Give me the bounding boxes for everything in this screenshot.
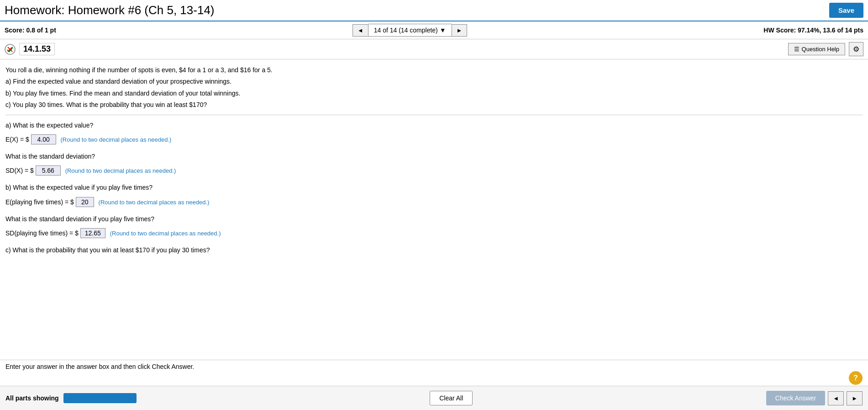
ex-input[interactable] (31, 134, 56, 144)
q-c-label: c) What is the probability that you win … (5, 245, 863, 256)
question-header: 14.1.53 ☰ Question Help ⚙ (0, 39, 868, 59)
sdx-input[interactable] (36, 165, 61, 176)
main-content: You roll a die, winning nothing if the n… (0, 59, 868, 360)
score-value: 0.8 of 1 pt (26, 27, 56, 34)
sdx-row: SD(X) = $ (Round to two decimal places a… (5, 165, 863, 176)
score-display: Score: 0.8 of 1 pt (5, 27, 56, 34)
ex-row: E(X) = $ (Round to two decimal places as… (5, 134, 863, 145)
instruction-text: Enter your answer in the answer box and … (5, 363, 194, 370)
section-divider (5, 115, 863, 115)
score-label: Score: (5, 27, 25, 34)
nav-prev-button[interactable]: ◄ (352, 24, 368, 37)
question-help-button[interactable]: ☰ Question Help (788, 43, 845, 55)
sd5-row: SD(playing five times) = $ (Round to two… (5, 228, 863, 239)
instruction-bar: Enter your answer in the answer box and … (0, 360, 868, 373)
sd5-label: What is the standard deviation if you pl… (5, 213, 863, 225)
question-number: 14.1.53 (19, 43, 55, 55)
problem-part-a-desc: a) Find the expected value and standard … (5, 76, 863, 86)
problem-text: You roll a die, winning nothing if the n… (5, 65, 863, 110)
nav-label[interactable]: 14 of 14 (14 complete) ▼ (368, 24, 452, 37)
score-bar: Score: 0.8 of 1 pt ◄ 14 of 14 (14 comple… (0, 21, 868, 39)
header: Homework: Homework #6 (Ch 5, 13-14) Save (0, 0, 868, 21)
hw-score-display: HW Score: 97.14%, 13.6 of 14 pts (763, 27, 863, 34)
problem-part-c-desc: c) You play 30 times. What is the probab… (5, 100, 863, 110)
e5-label: E(playing five times) = $ (5, 198, 74, 206)
settings-button[interactable]: ⚙ (849, 42, 863, 56)
check-x-icon (5, 44, 16, 55)
problem-intro: You roll a die, winning nothing if the n… (5, 65, 863, 75)
sd5-hint: (Round to two decimal places as needed.) (110, 230, 221, 237)
sd5-label-eq: SD(playing five times) = $ (5, 229, 79, 237)
sdx-label: SD(X) = $ (5, 167, 34, 174)
list-icon: ☰ (794, 46, 800, 53)
ex-label: E(X) = $ (5, 136, 29, 143)
ex-hint: (Round to two decimal places as needed.) (61, 136, 172, 143)
hw-score-label: HW Score: (763, 27, 796, 34)
page-title: Homework: Homework #6 (Ch 5, 13-14) (5, 3, 215, 17)
gear-icon: ⚙ (853, 45, 859, 53)
e5-input[interactable] (76, 197, 94, 207)
part-a-section: a) What is the expected value? E(X) = $ … (5, 120, 863, 145)
part-c-section: c) What is the probability that you win … (5, 245, 863, 256)
q-a-ev-label: a) What is the expected value? (5, 120, 863, 131)
hw-score-value: 97.14%, 13.6 of 14 pts (798, 27, 863, 34)
sdx-hint: (Round to two decimal places as needed.) (65, 167, 176, 174)
q-b-ev-label: b) What is the expected value if you pla… (5, 182, 863, 193)
question-tools: ☰ Question Help ⚙ (788, 42, 863, 56)
question-id-area: 14.1.53 (5, 43, 55, 55)
part-b-sd-section: What is the standard deviation if you pl… (5, 213, 863, 239)
part-b-ev-section: b) What is the expected value if you pla… (5, 182, 863, 208)
save-button[interactable]: Save (829, 3, 863, 18)
sd5-input[interactable] (80, 228, 105, 238)
sd-label: What is the standard deviation? (5, 151, 863, 162)
part-a-sd-section: What is the standard deviation? SD(X) = … (5, 151, 863, 176)
nav-next-button[interactable]: ► (452, 24, 468, 37)
problem-part-b-desc: b) You play five times. Find the mean an… (5, 88, 863, 98)
e5-hint: (Round to two decimal places as needed.) (99, 199, 210, 206)
e5-row: E(playing five times) = $ (Round to two … (5, 197, 863, 208)
question-help-label: Question Help (802, 46, 839, 53)
question-nav: ◄ 14 of 14 (14 complete) ▼ ► (352, 24, 468, 37)
